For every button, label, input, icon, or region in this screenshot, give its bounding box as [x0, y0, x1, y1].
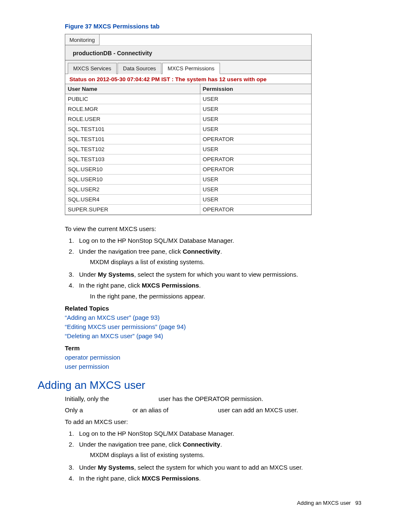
tab-monitoring[interactable]: Monitoring	[65, 34, 100, 45]
list-item: Log on to the HP NonStop SQL/MX Database…	[76, 236, 361, 245]
cell-permission: USER	[200, 94, 311, 104]
table-row[interactable]: SQL.USER10OPERATOR	[65, 164, 311, 175]
step-subtext: MXDM displays a list of existing systems…	[90, 450, 361, 460]
cell-username: SQL.USER4	[65, 195, 200, 205]
cell-permission: OPERATOR	[200, 134, 311, 144]
term-link[interactable]: user permission	[65, 362, 361, 371]
step-subtext: In the right pane, the permissions appea…	[90, 292, 361, 301]
cell-permission: OPERATOR	[200, 205, 311, 215]
table-row[interactable]: SQL.TEST101OPERATOR	[65, 134, 311, 144]
status-line: Status on 2012-05-30 07:04:42 PM IST : T…	[65, 74, 311, 84]
cell-permission: OPERATOR	[200, 164, 311, 175]
tab-data-sources[interactable]: Data Sources	[118, 63, 161, 74]
table-row[interactable]: SQL.TEST102USER	[65, 144, 311, 154]
related-link[interactable]: “Editing MXCS user permissions” (page 94…	[65, 322, 361, 332]
intro-view-users: To view the current MXCS users:	[65, 224, 361, 234]
table-row[interactable]: SQL.USER2USER	[65, 185, 311, 195]
cell-username: SQL.USER10	[65, 164, 200, 175]
cell-username: SQL.TEST101	[65, 134, 200, 144]
table-row[interactable]: SQL.USER10USER	[65, 175, 311, 185]
col-header-permission[interactable]: Permission	[200, 84, 311, 94]
related-topics-heading: Related Topics	[65, 304, 361, 313]
screenshot-panel: Monitoring productionDB - Connectivity M…	[65, 34, 312, 215]
table-row[interactable]: SUPER.SUPEROPERATOR	[65, 205, 311, 215]
list-item: Log on to the HP NonStop SQL/MX Database…	[76, 429, 361, 438]
tab-mxcs-services[interactable]: MXCS Services	[68, 63, 117, 74]
list-item: Under My Systems, select the system for …	[76, 270, 361, 279]
cell-permission: OPERATOR	[200, 154, 311, 164]
cell-username: SQL.TEST101	[65, 124, 200, 134]
related-link[interactable]: “Deleting an MXCS user” (page 94)	[65, 332, 361, 341]
cell-username: ROLE.MGR	[65, 104, 200, 114]
cell-username: PUBLIC	[65, 94, 200, 104]
cell-permission: USER	[200, 175, 311, 185]
list-item: In the right pane, click MXCS Permission…	[76, 281, 361, 290]
table-row[interactable]: PUBLICUSER	[65, 94, 311, 104]
permissions-table: User Name Permission PUBLICUSERROLE.MGRU…	[65, 84, 311, 215]
cell-username: SQL.TEST103	[65, 154, 200, 164]
list-item: Under My Systems, select the system for …	[76, 463, 361, 472]
term-link[interactable]: operator permission	[65, 353, 361, 362]
table-row[interactable]: ROLE.MGRUSER	[65, 104, 311, 114]
tab-mxcs-permissions[interactable]: MXCS Permissions	[162, 63, 220, 74]
para-only-a: Only a or an alias of user can add an MX…	[65, 406, 361, 415]
step-subtext: MXDM displays a list of existing systems…	[90, 257, 361, 267]
list-item: Under the navigation tree pane, click Co…	[76, 440, 361, 449]
tab-bar: MXCS Services Data Sources MXCS Permissi…	[65, 61, 311, 74]
cell-permission: USER	[200, 144, 311, 154]
table-row[interactable]: SQL.TEST103OPERATOR	[65, 154, 311, 164]
list-item: Under the navigation tree pane, click Co…	[76, 247, 361, 256]
cell-permission: USER	[200, 195, 311, 205]
intro-add-user: To add an MXCS user:	[65, 417, 361, 427]
list-item: In the right pane, click MXCS Permission…	[76, 474, 361, 483]
cell-username: SQL.USER2	[65, 185, 200, 195]
col-header-username[interactable]: User Name	[65, 84, 200, 94]
cell-permission: USER	[200, 124, 311, 134]
table-row[interactable]: ROLE.USERUSER	[65, 114, 311, 124]
cell-username: SUPER.SUPER	[65, 205, 200, 215]
related-link[interactable]: “Adding an MXCS user” (page 93)	[65, 313, 361, 322]
figure-caption: Figure 37 MXCS Permissions tab	[65, 23, 361, 30]
term-heading: Term	[65, 344, 361, 353]
cell-permission: USER	[200, 104, 311, 114]
heading-adding-mxcs-user: Adding an MXCS user	[38, 379, 361, 392]
table-row[interactable]: SQL.USER4USER	[65, 195, 311, 205]
panel-title: productionDB - Connectivity	[65, 45, 311, 61]
cell-permission: USER	[200, 114, 311, 124]
cell-username: ROLE.USER	[65, 114, 200, 124]
para-initially: Initially, only the user has the OPERATO…	[65, 394, 361, 403]
page-footer: Adding an MXCS user 93	[38, 500, 361, 506]
cell-username: SQL.TEST102	[65, 144, 200, 154]
table-row[interactable]: SQL.TEST101USER	[65, 124, 311, 134]
cell-permission: USER	[200, 185, 311, 195]
cell-username: SQL.USER10	[65, 175, 200, 185]
